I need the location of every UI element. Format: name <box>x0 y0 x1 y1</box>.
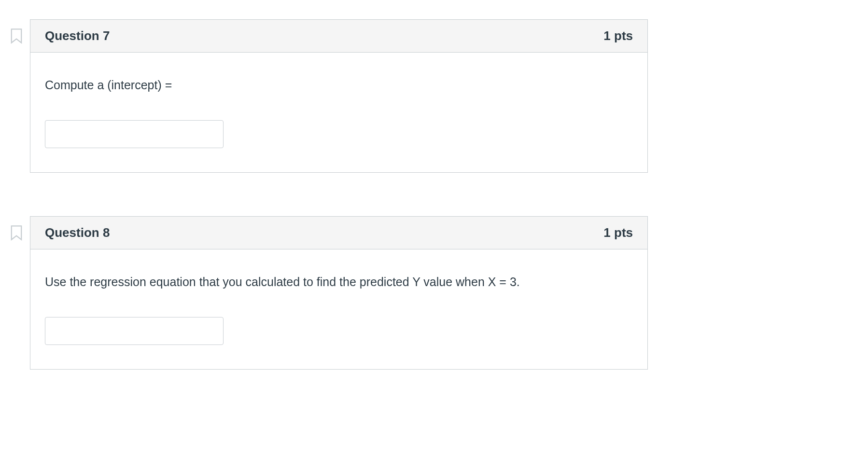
question-body: Use the regression equation that you cal… <box>30 249 647 369</box>
question-wrapper: Question 8 1 pts Use the regression equa… <box>10 216 858 370</box>
question-points: 1 pts <box>603 28 633 43</box>
question-header: Question 7 1 pts <box>30 20 647 53</box>
question-body: Compute a (intercept) = <box>30 53 647 172</box>
question-card: Question 7 1 pts Compute a (intercept) = <box>30 19 648 173</box>
question-title: Question 7 <box>45 28 110 43</box>
question-title: Question 8 <box>45 225 110 240</box>
answer-input[interactable] <box>45 317 224 345</box>
question-wrapper: Question 7 1 pts Compute a (intercept) = <box>10 19 858 173</box>
bookmark-icon[interactable] <box>10 28 23 44</box>
question-prompt: Use the regression equation that you cal… <box>45 274 633 290</box>
question-points: 1 pts <box>603 225 633 240</box>
bookmark-icon[interactable] <box>10 225 23 241</box>
question-header: Question 8 1 pts <box>30 217 647 249</box>
answer-input[interactable] <box>45 120 224 148</box>
question-prompt: Compute a (intercept) = <box>45 77 633 94</box>
question-card: Question 8 1 pts Use the regression equa… <box>30 216 648 370</box>
